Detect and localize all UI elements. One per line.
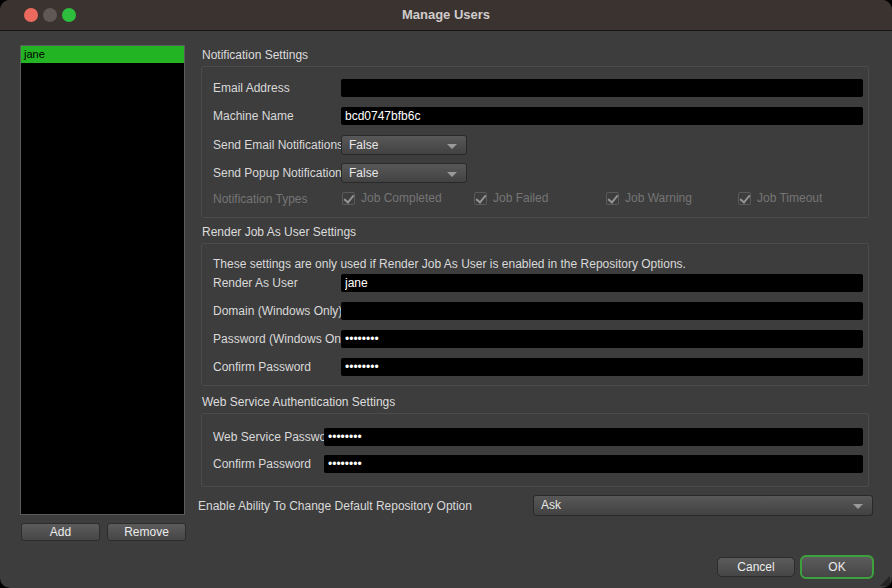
window-title: Manage Users <box>0 0 892 31</box>
resize-grip[interactable] <box>880 576 890 586</box>
web-service-settings-title: Web Service Authentication Settings <box>202 395 395 409</box>
notification-settings-group: Email Address Machine Name Send Email No… <box>201 66 869 218</box>
checkbox-checked-icon <box>738 192 751 205</box>
domain-label: Domain (Windows Only) <box>213 304 342 318</box>
repository-option-label: Enable Ability To Change Default Reposit… <box>198 499 472 513</box>
web-service-password-input[interactable] <box>324 428 863 446</box>
job-timeout-checkbox: Job Timeout <box>738 191 822 205</box>
job-failed-checkbox: Job Failed <box>474 191 548 205</box>
web-service-settings-group: Web Service Password Confirm Password <box>201 413 869 487</box>
manage-users-dialog: Manage Users jane Add Remove Notificatio… <box>0 0 892 588</box>
machine-name-input[interactable] <box>341 107 863 125</box>
machine-name-label: Machine Name <box>213 109 294 123</box>
render-job-settings-group: These settings are only used if Render J… <box>201 243 869 386</box>
user-list[interactable]: jane <box>20 45 185 515</box>
titlebar: Manage Users <box>0 0 892 31</box>
remove-user-button[interactable]: Remove <box>107 523 186 541</box>
notification-settings-title: Notification Settings <box>202 48 308 62</box>
render-as-user-input[interactable] <box>341 274 863 292</box>
email-address-input[interactable] <box>341 79 863 97</box>
web-service-password-label: Web Service Password <box>213 430 337 444</box>
web-confirm-password-input[interactable] <box>324 455 863 473</box>
repository-option-select[interactable]: Ask <box>533 495 873 516</box>
send-email-notifications-label: Send Email Notifications <box>213 138 343 152</box>
job-warning-label: Job Warning <box>625 191 692 205</box>
send-popup-notifications-label: Send Popup Notifications <box>213 166 348 180</box>
confirm-password-label: Confirm Password <box>213 360 311 374</box>
checkbox-checked-icon <box>342 192 355 205</box>
render-as-user-label: Render As User <box>213 276 298 290</box>
email-address-label: Email Address <box>213 81 290 95</box>
render-job-note: These settings are only used if Render J… <box>213 257 686 271</box>
job-failed-label: Job Failed <box>493 191 548 205</box>
web-confirm-password-label: Confirm Password <box>213 457 311 471</box>
repository-option-value: Ask <box>541 498 561 512</box>
list-item-jane[interactable]: jane <box>21 46 184 63</box>
send-email-notifications-value: False <box>349 138 378 152</box>
chevron-down-icon <box>447 172 457 177</box>
cancel-button[interactable]: Cancel <box>717 557 795 577</box>
send-email-notifications-select[interactable]: False <box>341 135 467 155</box>
notification-types-label: Notification Types <box>213 192 308 206</box>
job-timeout-label: Job Timeout <box>757 191 822 205</box>
domain-input[interactable] <box>341 302 863 320</box>
send-popup-notifications-select[interactable]: False <box>341 163 467 183</box>
job-warning-checkbox: Job Warning <box>606 191 692 205</box>
ok-button[interactable]: OK <box>800 555 874 579</box>
password-windows-input[interactable] <box>341 330 863 348</box>
password-windows-label: Password (Windows Only) <box>213 332 354 346</box>
send-popup-notifications-value: False <box>349 166 378 180</box>
chevron-down-icon <box>447 144 457 149</box>
confirm-password-input[interactable] <box>341 358 863 376</box>
job-completed-label: Job Completed <box>361 191 442 205</box>
checkbox-checked-icon <box>606 192 619 205</box>
add-user-button[interactable]: Add <box>21 523 100 541</box>
render-job-settings-title: Render Job As User Settings <box>202 225 356 239</box>
checkbox-checked-icon <box>474 192 487 205</box>
chevron-down-icon <box>853 504 863 509</box>
job-completed-checkbox: Job Completed <box>342 191 442 205</box>
